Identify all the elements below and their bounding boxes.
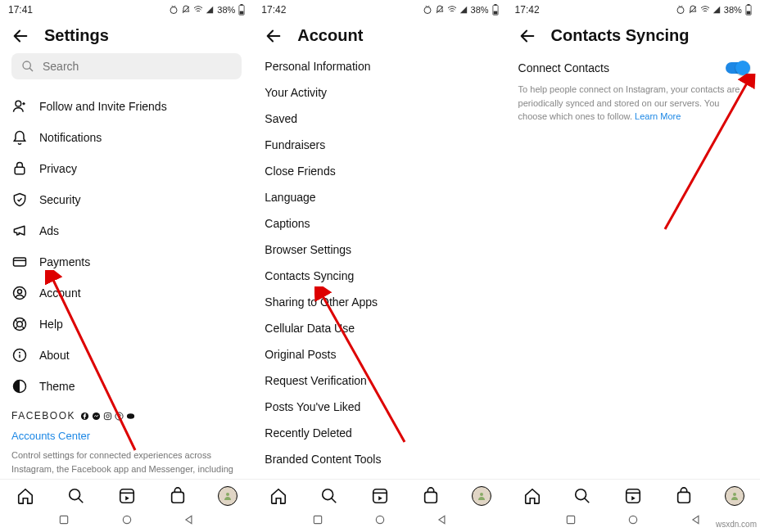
sys-home[interactable] <box>627 514 639 525</box>
row-payments[interactable]: Payments <box>11 246 242 277</box>
svg-point-47 <box>376 516 383 523</box>
nav-shop[interactable] <box>674 486 694 506</box>
svg-rect-32 <box>61 516 68 523</box>
row-sharing-other-apps[interactable]: Sharing to Other Apps <box>265 289 495 315</box>
row-about[interactable]: About <box>11 340 242 371</box>
info-icon <box>11 347 28 363</box>
row-label: Help <box>39 318 63 331</box>
row-label: Theme <box>39 380 75 393</box>
search-input[interactable] <box>43 60 232 73</box>
contacts-syncing-screen: 17:42 38% Contacts Syncing Connect Conta… <box>507 0 760 532</box>
megaphone-icon <box>11 223 28 239</box>
nav-search[interactable] <box>572 486 592 506</box>
svg-rect-53 <box>747 11 751 15</box>
row-theme[interactable]: Theme <box>11 371 242 402</box>
back-button[interactable] <box>265 27 283 45</box>
svg-rect-38 <box>494 4 496 6</box>
svg-point-49 <box>677 7 684 14</box>
svg-rect-46 <box>314 516 321 523</box>
nav-home[interactable] <box>522 486 542 506</box>
row-recently-deleted[interactable]: Recently Deleted <box>265 420 495 446</box>
row-privacy[interactable]: Privacy <box>11 153 242 184</box>
search-box[interactable] <box>11 53 242 79</box>
row-captions[interactable]: Captions <box>265 210 495 237</box>
row-account[interactable]: Account <box>11 277 242 309</box>
svg-line-55 <box>585 498 590 503</box>
row-contacts-syncing[interactable]: Contacts Syncing <box>265 263 495 289</box>
sys-back[interactable] <box>690 514 702 525</box>
nav-reels[interactable] <box>117 486 137 506</box>
watermark: wsxdn.com <box>716 520 757 529</box>
account-screen: 17:42 38% Account Personal Information Y… <box>253 0 506 532</box>
svg-rect-58 <box>678 492 690 503</box>
connect-contacts-toggle[interactable] <box>726 62 749 74</box>
status-time: 17:41 <box>8 4 33 16</box>
svg-point-59 <box>733 493 736 496</box>
row-fundraisers[interactable]: Fundraisers <box>265 132 495 158</box>
status-icons <box>169 5 214 15</box>
person-plus-icon <box>11 98 28 115</box>
theme-icon <box>11 378 28 394</box>
row-label: Security <box>39 193 81 206</box>
back-button[interactable] <box>518 27 536 45</box>
row-saved[interactable]: Saved <box>265 106 495 132</box>
svg-point-31 <box>226 493 229 496</box>
nav-reels[interactable] <box>370 486 390 506</box>
nav-reels[interactable] <box>623 486 643 506</box>
connect-contacts-row: Connect Contacts <box>518 53 749 83</box>
header: Account <box>253 18 506 53</box>
svg-point-14 <box>17 322 23 327</box>
battery-percent: 38% <box>471 5 489 15</box>
accounts-center-link[interactable]: Accounts Center <box>11 430 242 442</box>
sys-home[interactable] <box>121 514 133 525</box>
sys-home[interactable] <box>374 514 386 525</box>
nav-home[interactable] <box>269 486 288 506</box>
row-close-friends[interactable]: Close Friends <box>265 158 495 184</box>
row-notifications[interactable]: Notifications <box>11 122 242 153</box>
row-request-verification[interactable]: Request Verification <box>265 367 495 394</box>
nav-search[interactable] <box>66 486 86 506</box>
row-original-posts[interactable]: Original Posts <box>265 341 495 367</box>
sys-recent[interactable] <box>312 514 323 525</box>
sys-back[interactable] <box>437 514 448 525</box>
row-cellular-data[interactable]: Cellular Data Use <box>265 315 495 341</box>
row-help[interactable]: Help <box>11 309 242 340</box>
svg-point-26 <box>70 489 80 500</box>
nav-shop[interactable] <box>421 486 441 506</box>
row-language[interactable]: Language <box>265 184 495 210</box>
row-security[interactable]: Security <box>11 184 242 215</box>
svg-rect-39 <box>493 11 497 15</box>
svg-rect-42 <box>373 489 387 503</box>
svg-rect-52 <box>747 4 749 6</box>
svg-rect-8 <box>15 167 25 174</box>
nav-profile[interactable] <box>725 486 744 506</box>
row-label: Ads <box>39 224 59 237</box>
row-ads[interactable]: Ads <box>11 215 242 246</box>
sys-back[interactable] <box>183 514 195 525</box>
row-posts-liked[interactable]: Posts You've Liked <box>265 394 495 420</box>
learn-more-link[interactable]: Learn More <box>635 111 681 121</box>
row-personal-info[interactable]: Personal Information <box>265 53 495 79</box>
row-browser-settings[interactable]: Browser Settings <box>265 237 495 263</box>
sys-recent[interactable] <box>58 514 70 525</box>
sys-recent[interactable] <box>565 514 577 525</box>
svg-rect-30 <box>171 492 183 503</box>
nav-search[interactable] <box>319 486 339 506</box>
nav-home[interactable] <box>16 486 35 506</box>
row-label: Payments <box>39 255 90 268</box>
svg-point-0 <box>170 7 177 14</box>
svg-point-22 <box>106 414 110 417</box>
facebook-brand: FACEBOOK <box>11 410 242 422</box>
nav-shop[interactable] <box>168 486 188 506</box>
row-your-activity[interactable]: Your Activity <box>265 79 495 106</box>
row-follow-invite[interactable]: Follow and Invite Friends <box>11 91 242 122</box>
back-button[interactable] <box>11 27 29 45</box>
brand-logos <box>80 412 135 421</box>
help-text: To help people connect on Instagram, you… <box>518 83 749 124</box>
nav-profile[interactable] <box>218 486 238 506</box>
row-branded-content[interactable]: Branded Content Tools <box>265 446 495 472</box>
nav-profile[interactable] <box>472 486 491 506</box>
page-title: Account <box>297 26 363 45</box>
svg-rect-60 <box>567 516 574 523</box>
svg-rect-28 <box>120 489 133 503</box>
